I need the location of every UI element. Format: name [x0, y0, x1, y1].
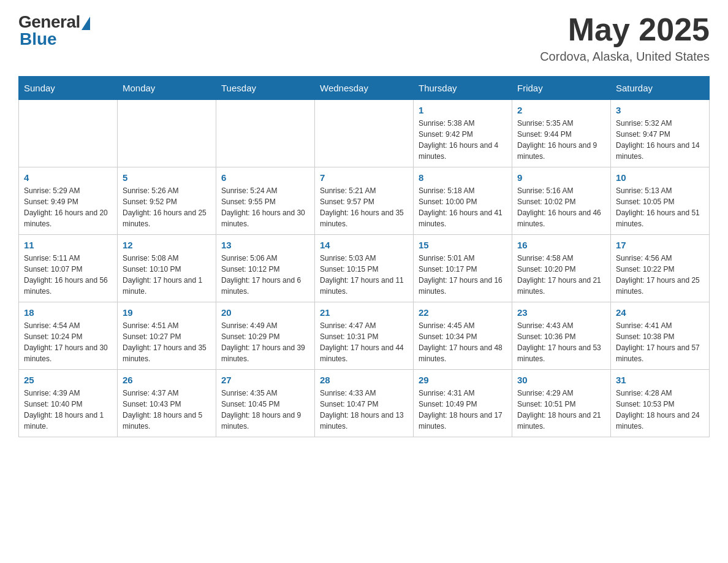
day-number: 22	[419, 307, 507, 318]
day-number: 15	[419, 240, 507, 250]
day-info: Sunrise: 4:56 AM Sunset: 10:22 PM Daylig…	[616, 253, 704, 297]
day-number: 4	[24, 172, 112, 183]
day-header-friday: Friday	[512, 77, 611, 100]
calendar-cell: 5Sunrise: 5:26 AM Sunset: 9:52 PM Daylig…	[118, 167, 216, 235]
calendar-cell: 4Sunrise: 5:29 AM Sunset: 9:49 PM Daylig…	[19, 167, 118, 235]
day-number: 7	[320, 172, 408, 183]
calendar-cell: 27Sunrise: 4:35 AM Sunset: 10:45 PM Dayl…	[216, 370, 315, 437]
day-number: 30	[517, 375, 605, 385]
week-row-1: 1Sunrise: 5:38 AM Sunset: 9:42 PM Daylig…	[19, 100, 710, 167]
day-info: Sunrise: 5:03 AM Sunset: 10:15 PM Daylig…	[320, 253, 408, 297]
day-info: Sunrise: 5:18 AM Sunset: 10:00 PM Daylig…	[419, 185, 507, 229]
day-number: 27	[221, 375, 309, 385]
day-info: Sunrise: 5:06 AM Sunset: 10:12 PM Daylig…	[221, 253, 309, 297]
calendar-cell: 31Sunrise: 4:28 AM Sunset: 10:53 PM Dayl…	[611, 370, 710, 437]
day-header-monday: Monday	[118, 77, 216, 100]
day-number: 16	[517, 240, 605, 250]
day-info: Sunrise: 4:33 AM Sunset: 10:47 PM Daylig…	[320, 388, 408, 432]
calendar-cell	[216, 100, 315, 167]
calendar-cell: 30Sunrise: 4:29 AM Sunset: 10:51 PM Dayl…	[512, 370, 611, 437]
calendar-cell: 22Sunrise: 4:45 AM Sunset: 10:34 PM Dayl…	[414, 302, 512, 370]
logo-blue-text: Blue	[20, 29, 57, 49]
week-row-4: 18Sunrise: 4:54 AM Sunset: 10:24 PM Dayl…	[19, 302, 710, 370]
calendar-cell: 21Sunrise: 4:47 AM Sunset: 10:31 PM Dayl…	[315, 302, 414, 370]
calendar-cell: 25Sunrise: 4:39 AM Sunset: 10:40 PM Dayl…	[19, 370, 118, 437]
day-number: 31	[616, 375, 704, 385]
day-number: 6	[221, 172, 309, 183]
calendar-cell: 15Sunrise: 5:01 AM Sunset: 10:17 PM Dayl…	[414, 235, 512, 302]
day-header-tuesday: Tuesday	[216, 77, 315, 100]
day-info: Sunrise: 5:24 AM Sunset: 9:55 PM Dayligh…	[221, 185, 309, 229]
day-info: Sunrise: 4:37 AM Sunset: 10:43 PM Daylig…	[123, 388, 211, 432]
day-info: Sunrise: 4:47 AM Sunset: 10:31 PM Daylig…	[320, 320, 408, 364]
day-info: Sunrise: 4:41 AM Sunset: 10:38 PM Daylig…	[616, 320, 704, 364]
day-info: Sunrise: 4:28 AM Sunset: 10:53 PM Daylig…	[616, 388, 704, 432]
day-info: Sunrise: 4:49 AM Sunset: 10:29 PM Daylig…	[221, 320, 309, 364]
day-header-sunday: Sunday	[19, 77, 118, 100]
calendar-cell: 23Sunrise: 4:43 AM Sunset: 10:36 PM Dayl…	[512, 302, 611, 370]
calendar-cell: 10Sunrise: 5:13 AM Sunset: 10:05 PM Dayl…	[611, 167, 710, 235]
day-number: 28	[320, 375, 408, 385]
day-number: 2	[517, 105, 605, 115]
day-info: Sunrise: 5:32 AM Sunset: 9:47 PM Dayligh…	[616, 118, 704, 162]
month-title: May 2025	[540, 12, 710, 47]
page-header: General Blue May 2025 Cordova, Alaska, U…	[18, 12, 710, 64]
day-number: 23	[517, 307, 605, 318]
day-info: Sunrise: 5:08 AM Sunset: 10:10 PM Daylig…	[123, 253, 211, 297]
day-info: Sunrise: 4:58 AM Sunset: 10:20 PM Daylig…	[517, 253, 605, 297]
day-info: Sunrise: 4:43 AM Sunset: 10:36 PM Daylig…	[517, 320, 605, 364]
day-number: 8	[419, 172, 507, 183]
calendar-cell: 16Sunrise: 4:58 AM Sunset: 10:20 PM Dayl…	[512, 235, 611, 302]
day-number: 26	[123, 375, 211, 385]
day-number: 5	[123, 172, 211, 183]
day-header-saturday: Saturday	[611, 77, 710, 100]
calendar-cell: 17Sunrise: 4:56 AM Sunset: 10:22 PM Dayl…	[611, 235, 710, 302]
day-info: Sunrise: 4:31 AM Sunset: 10:49 PM Daylig…	[419, 388, 507, 432]
calendar-cell: 7Sunrise: 5:21 AM Sunset: 9:57 PM Daylig…	[315, 167, 414, 235]
calendar-cell: 26Sunrise: 4:37 AM Sunset: 10:43 PM Dayl…	[118, 370, 216, 437]
logo-triangle-icon	[82, 17, 90, 30]
day-info: Sunrise: 5:35 AM Sunset: 9:44 PM Dayligh…	[517, 118, 605, 162]
day-info: Sunrise: 5:11 AM Sunset: 10:07 PM Daylig…	[24, 253, 112, 297]
day-info: Sunrise: 5:16 AM Sunset: 10:02 PM Daylig…	[517, 185, 605, 229]
calendar-cell: 8Sunrise: 5:18 AM Sunset: 10:00 PM Dayli…	[414, 167, 512, 235]
day-info: Sunrise: 5:13 AM Sunset: 10:05 PM Daylig…	[616, 185, 704, 229]
week-row-5: 25Sunrise: 4:39 AM Sunset: 10:40 PM Dayl…	[19, 370, 710, 437]
calendar-cell	[19, 100, 118, 167]
day-number: 14	[320, 240, 408, 250]
location-text: Cordova, Alaska, United States	[540, 50, 710, 64]
calendar-cell: 2Sunrise: 5:35 AM Sunset: 9:44 PM Daylig…	[512, 100, 611, 167]
day-info: Sunrise: 4:35 AM Sunset: 10:45 PM Daylig…	[221, 388, 309, 432]
day-info: Sunrise: 5:26 AM Sunset: 9:52 PM Dayligh…	[123, 185, 211, 229]
day-header-wednesday: Wednesday	[315, 77, 414, 100]
week-row-2: 4Sunrise: 5:29 AM Sunset: 9:49 PM Daylig…	[19, 167, 710, 235]
day-info: Sunrise: 5:29 AM Sunset: 9:49 PM Dayligh…	[24, 185, 112, 229]
day-number: 24	[616, 307, 704, 318]
calendar-cell: 11Sunrise: 5:11 AM Sunset: 10:07 PM Dayl…	[19, 235, 118, 302]
day-number: 18	[24, 307, 112, 318]
calendar-cell: 28Sunrise: 4:33 AM Sunset: 10:47 PM Dayl…	[315, 370, 414, 437]
calendar-table: SundayMondayTuesdayWednesdayThursdayFrid…	[18, 76, 710, 437]
day-number: 10	[616, 172, 704, 183]
day-number: 11	[24, 240, 112, 250]
calendar-cell	[118, 100, 216, 167]
calendar-cell: 13Sunrise: 5:06 AM Sunset: 10:12 PM Dayl…	[216, 235, 315, 302]
day-info: Sunrise: 4:45 AM Sunset: 10:34 PM Daylig…	[419, 320, 507, 364]
day-number: 12	[123, 240, 211, 250]
day-info: Sunrise: 4:39 AM Sunset: 10:40 PM Daylig…	[24, 388, 112, 432]
title-section: May 2025 Cordova, Alaska, United States	[540, 12, 710, 64]
day-info: Sunrise: 4:51 AM Sunset: 10:27 PM Daylig…	[123, 320, 211, 364]
day-number: 13	[221, 240, 309, 250]
calendar-cell: 9Sunrise: 5:16 AM Sunset: 10:02 PM Dayli…	[512, 167, 611, 235]
day-number: 20	[221, 307, 309, 318]
day-number: 25	[24, 375, 112, 385]
day-number: 21	[320, 307, 408, 318]
day-number: 17	[616, 240, 704, 250]
calendar-cell: 6Sunrise: 5:24 AM Sunset: 9:55 PM Daylig…	[216, 167, 315, 235]
calendar-cell: 20Sunrise: 4:49 AM Sunset: 10:29 PM Dayl…	[216, 302, 315, 370]
day-header-thursday: Thursday	[414, 77, 512, 100]
day-info: Sunrise: 5:21 AM Sunset: 9:57 PM Dayligh…	[320, 185, 408, 229]
calendar-cell: 12Sunrise: 5:08 AM Sunset: 10:10 PM Dayl…	[118, 235, 216, 302]
logo: General Blue	[18, 12, 90, 49]
day-info: Sunrise: 5:38 AM Sunset: 9:42 PM Dayligh…	[419, 118, 507, 162]
